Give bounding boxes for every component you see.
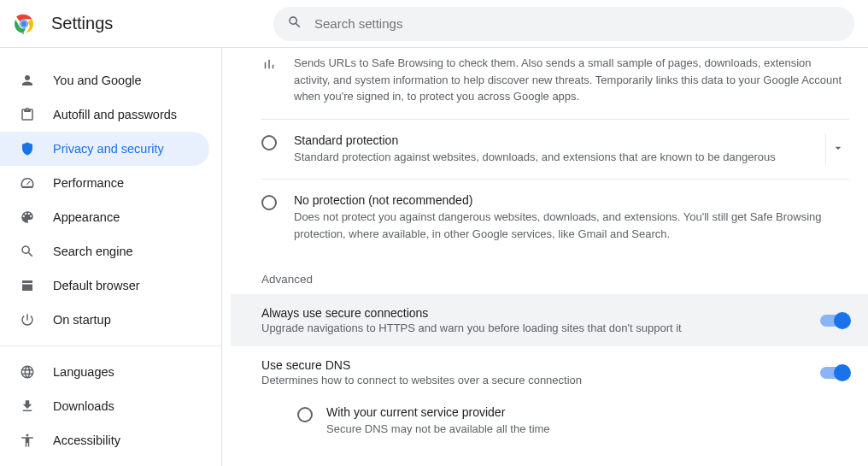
search-bar[interactable] bbox=[273, 7, 854, 41]
current-service-provider-option[interactable]: With your current service provider Secur… bbox=[231, 398, 868, 441]
chart-bars-icon bbox=[261, 56, 277, 105]
sidebar-item-accessibility[interactable]: Accessibility bbox=[0, 423, 209, 457]
expand-button[interactable] bbox=[825, 133, 849, 166]
secure-connections-desc: Upgrade navigations to HTTPS and warn yo… bbox=[261, 321, 808, 334]
search-icon bbox=[287, 15, 302, 32]
sidebar-item-you-and-google[interactable]: You and Google bbox=[0, 63, 209, 97]
advanced-section-header: Advanced bbox=[231, 256, 868, 294]
sidebar-divider bbox=[0, 345, 221, 346]
header: Settings bbox=[0, 0, 868, 48]
speedometer-icon bbox=[19, 175, 36, 191]
radio-unchecked-icon[interactable] bbox=[261, 135, 277, 150]
search-input[interactable] bbox=[314, 16, 841, 31]
sidebar-item-languages[interactable]: Languages bbox=[0, 355, 209, 389]
sidebar-item-label: Search engine bbox=[53, 245, 133, 258]
window-icon bbox=[19, 278, 36, 293]
sidebar-item-autofill[interactable]: Autofill and passwords bbox=[0, 97, 209, 132]
sidebar-item-downloads[interactable]: Downloads bbox=[0, 389, 209, 423]
standard-protection-desc: Standard protection against websites, do… bbox=[294, 149, 815, 166]
enhanced-protection-option[interactable]: Sends URLs to Safe Browsing to check the… bbox=[261, 48, 849, 119]
secure-connections-title: Always use secure connections bbox=[261, 306, 808, 320]
sidebar-item-label: Privacy and security bbox=[53, 142, 164, 156]
no-protection-title: No protection (not recommended) bbox=[294, 193, 849, 207]
main-content: Sends URLs to Safe Browsing to check the… bbox=[222, 48, 868, 466]
download-icon bbox=[19, 398, 36, 414]
sidebar-item-appearance[interactable]: Appearance bbox=[0, 200, 209, 234]
secure-connections-toggle[interactable] bbox=[820, 315, 849, 327]
chrome-logo-icon bbox=[14, 14, 34, 34]
sidebar-item-label: Performance bbox=[53, 176, 124, 190]
radio-unchecked-icon[interactable] bbox=[297, 407, 313, 422]
sidebar-item-default-browser[interactable]: Default browser bbox=[0, 268, 209, 303]
sidebar-item-label: Appearance bbox=[53, 210, 120, 224]
sidebar-item-search-engine[interactable]: Search engine bbox=[0, 234, 209, 268]
sidebar-item-label: On startup bbox=[53, 313, 111, 327]
svg-point-3 bbox=[21, 21, 27, 27]
secure-dns-title: Use secure DNS bbox=[261, 358, 808, 372]
sidebar-item-label: Downloads bbox=[53, 399, 114, 413]
sidebar-item-label: Accessibility bbox=[53, 434, 120, 447]
standard-protection-option[interactable]: Standard protection Standard protection … bbox=[261, 119, 849, 180]
sidebar-item-label: Languages bbox=[53, 365, 114, 379]
current-provider-title: With your current service provider bbox=[326, 405, 849, 419]
secure-dns-desc: Determines how to connect to websites ov… bbox=[261, 374, 808, 386]
standard-protection-title: Standard protection bbox=[294, 133, 815, 147]
sidebar-item-privacy[interactable]: Privacy and security bbox=[0, 132, 209, 166]
always-use-secure-connections-row[interactable]: Always use secure connections Upgrade na… bbox=[231, 294, 868, 346]
magnify-icon bbox=[19, 244, 36, 259]
sidebar-item-label: Default browser bbox=[53, 279, 140, 292]
radio-unchecked-icon[interactable] bbox=[261, 195, 277, 210]
page-title: Settings bbox=[51, 14, 113, 33]
person-icon bbox=[19, 73, 36, 88]
clipboard-icon bbox=[19, 107, 36, 122]
power-icon bbox=[19, 312, 36, 327]
globe-icon bbox=[19, 364, 36, 380]
no-protection-desc: Does not protect you against dangerous w… bbox=[294, 209, 849, 242]
sidebar-item-performance[interactable]: Performance bbox=[0, 166, 209, 200]
sidebar-item-on-startup[interactable]: On startup bbox=[0, 303, 209, 337]
no-protection-option[interactable]: No protection (not recommended) Does not… bbox=[261, 179, 849, 256]
current-provider-desc: Secure DNS may not be available all the … bbox=[326, 421, 849, 438]
use-secure-dns-row[interactable]: Use secure DNS Determines how to connect… bbox=[231, 346, 868, 398]
sidebar-item-system[interactable]: System bbox=[0, 457, 209, 466]
sidebar-item-label: Autofill and passwords bbox=[53, 108, 177, 121]
accessibility-icon bbox=[19, 433, 36, 448]
shield-icon bbox=[19, 141, 36, 156]
palette-icon bbox=[19, 209, 36, 225]
sidebar: You and Google Autofill and passwords Pr… bbox=[0, 48, 222, 466]
enhanced-protection-desc: Sends URLs to Safe Browsing to check the… bbox=[294, 55, 849, 105]
sidebar-item-label: You and Google bbox=[53, 74, 141, 87]
secure-dns-toggle[interactable] bbox=[820, 367, 849, 379]
chevron-down-icon bbox=[831, 141, 845, 157]
